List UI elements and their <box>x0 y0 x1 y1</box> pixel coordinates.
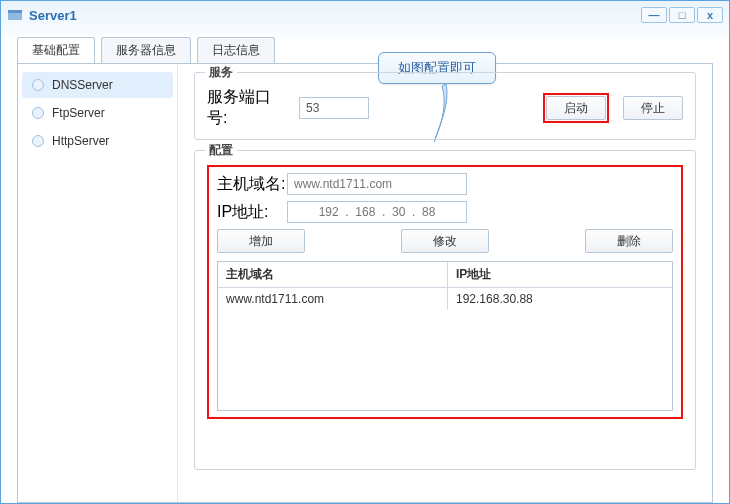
sidebar-item-httpserver[interactable]: HttpServer <box>22 128 173 154</box>
cell-ip: 192.168.30.88 <box>448 288 672 310</box>
table-header: 主机域名 IP地址 <box>218 262 672 288</box>
ip-label: IP地址: <box>217 202 287 223</box>
content-area: 如图配置即可 服务 服务端口号: 启动 停止 <box>178 64 712 502</box>
ip-input[interactable] <box>287 201 467 223</box>
close-button[interactable]: x <box>697 7 723 23</box>
stop-button[interactable]: 停止 <box>623 96 683 120</box>
sidebar-item-label: FtpServer <box>52 106 105 120</box>
tab-panel: DNSServer FtpServer HttpServer 如图配置即可 服务 <box>17 63 713 503</box>
svg-rect-1 <box>8 10 22 13</box>
sidebar-item-dnsserver[interactable]: DNSServer <box>22 72 173 98</box>
table-row[interactable]: www.ntd1711.com 192.168.30.88 <box>218 288 672 310</box>
config-highlight: 主机域名: IP地址: 增加 修改 删除 主机域名 <box>207 165 683 419</box>
sidebar: DNSServer FtpServer HttpServer <box>18 64 178 502</box>
app-window: Server1 — □ x 基础配置 服务器信息 日志信息 DNSServer … <box>0 0 730 504</box>
col-host: 主机域名 <box>218 262 448 287</box>
sidebar-item-label: DNSServer <box>52 78 113 92</box>
minimize-button[interactable]: — <box>641 7 667 23</box>
window-controls: — □ x <box>641 7 723 23</box>
service-legend: 服务 <box>205 64 237 81</box>
start-highlight: 启动 <box>543 93 609 123</box>
tab-bar: 基础配置 服务器信息 日志信息 <box>1 29 729 63</box>
tab-basic[interactable]: 基础配置 <box>17 37 95 63</box>
sidebar-item-ftpserver[interactable]: FtpServer <box>22 100 173 126</box>
host-input[interactable] <box>287 173 467 195</box>
col-ip: IP地址 <box>448 262 672 287</box>
app-icon <box>7 7 23 23</box>
add-button[interactable]: 增加 <box>217 229 305 253</box>
status-dot-icon <box>32 107 44 119</box>
delete-button[interactable]: 删除 <box>585 229 673 253</box>
status-dot-icon <box>32 79 44 91</box>
tab-serverinfo[interactable]: 服务器信息 <box>101 37 191 63</box>
titlebar: Server1 — □ x <box>1 1 729 29</box>
cell-host: www.ntd1711.com <box>218 288 448 310</box>
edit-button[interactable]: 修改 <box>401 229 489 253</box>
tab-log[interactable]: 日志信息 <box>197 37 275 63</box>
config-table[interactable]: 主机域名 IP地址 www.ntd1711.com 192.168.30.88 <box>217 261 673 411</box>
window-title: Server1 <box>29 8 77 23</box>
sidebar-item-label: HttpServer <box>52 134 109 148</box>
config-legend: 配置 <box>205 142 237 159</box>
maximize-button[interactable]: □ <box>669 7 695 23</box>
host-label: 主机域名: <box>217 174 287 195</box>
port-label: 服务端口号: <box>207 87 287 129</box>
start-button[interactable]: 启动 <box>546 96 606 120</box>
port-input[interactable] <box>299 97 369 119</box>
service-fieldset: 服务 服务端口号: 启动 停止 <box>194 72 696 140</box>
config-fieldset: 配置 主机域名: IP地址: 增加 修改 删除 <box>194 150 696 470</box>
status-dot-icon <box>32 135 44 147</box>
